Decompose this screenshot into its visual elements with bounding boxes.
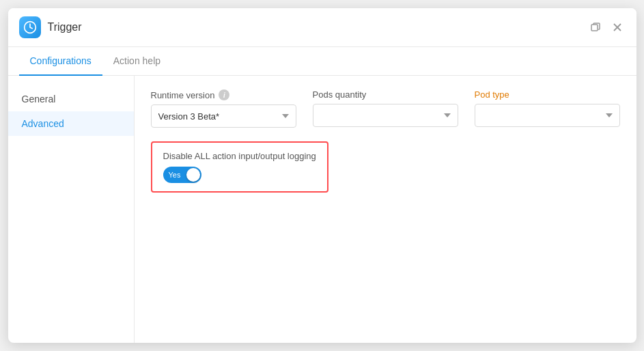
sidebar-item-advanced[interactable]: Advanced	[8, 111, 134, 136]
pod-type-group: Pod type	[475, 89, 620, 127]
sidebar-item-general[interactable]: General	[8, 87, 134, 111]
runtime-version-label: Runtime version i	[151, 89, 296, 100]
main-window: Trigger Configurations Action help Gen	[8, 8, 636, 343]
pods-quantity-group: Pods quantity	[313, 89, 458, 127]
toggle-container: Yes	[163, 167, 316, 183]
pod-type-label: Pod type	[475, 89, 620, 100]
toggle-thumb	[186, 168, 200, 182]
pods-quantity-select[interactable]	[313, 104, 458, 127]
pod-type-select[interactable]	[475, 104, 620, 127]
form-row-runtime: Runtime version i Version 3 Beta* Versio…	[151, 89, 620, 128]
tab-action-help[interactable]: Action help	[102, 47, 171, 76]
runtime-version-group: Runtime version i Version 3 Beta* Versio…	[151, 89, 296, 128]
toggle-yes-label: Yes	[169, 171, 181, 179]
runtime-version-select[interactable]: Version 3 Beta* Version 2 Version 1	[151, 104, 296, 128]
title-bar: Trigger	[8, 8, 636, 47]
tab-configurations[interactable]: Configurations	[19, 47, 102, 76]
tab-bar: Configurations Action help	[8, 47, 636, 76]
window-title: Trigger	[48, 21, 587, 33]
svg-rect-1	[591, 25, 598, 31]
logging-box: Disable ALL action input/output logging …	[151, 141, 328, 193]
window-controls	[587, 19, 626, 36]
runtime-info-icon[interactable]: i	[219, 89, 229, 100]
app-icon	[19, 16, 41, 38]
sidebar: General Advanced	[8, 76, 135, 343]
main-form: Runtime version i Version 3 Beta* Versio…	[135, 76, 636, 343]
close-button[interactable]	[609, 19, 626, 36]
logging-toggle[interactable]: Yes	[163, 167, 201, 183]
restore-button[interactable]	[587, 19, 604, 36]
content-area: General Advanced Runtime version i Versi…	[8, 76, 636, 343]
pods-quantity-label: Pods quantity	[313, 89, 458, 100]
logging-label: Disable ALL action input/output logging	[163, 151, 316, 161]
